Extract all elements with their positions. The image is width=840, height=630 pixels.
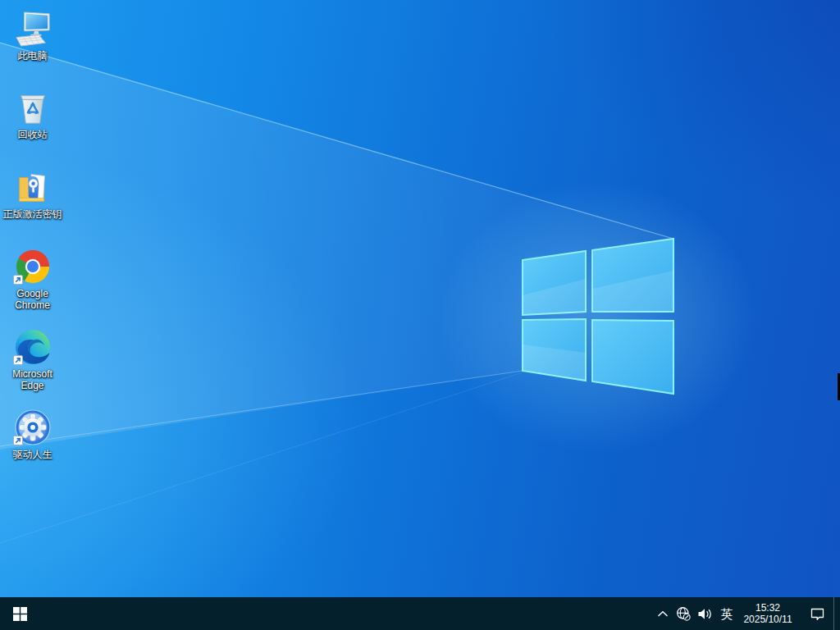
network-status-button[interactable] xyxy=(673,597,694,630)
wallpaper-light-rays-and-flag xyxy=(0,0,840,597)
taskbar-empty-area xyxy=(39,597,653,630)
desktop-icon-label: Google Chrome xyxy=(1,288,64,311)
desktop-icon-label: 驱动人生 xyxy=(1,449,64,460)
desktop-wallpaper: 此电脑 回收站 xyxy=(0,0,840,597)
edge-icon xyxy=(14,328,52,366)
clock-date: 2025/10/11 xyxy=(743,614,792,625)
windows-logo-icon xyxy=(13,607,27,621)
taskbar: 英 15:32 2025/10/11 xyxy=(0,597,840,630)
this-pc-icon xyxy=(14,10,52,48)
recycle-bin-icon xyxy=(14,89,52,126)
flag-glow xyxy=(438,181,758,452)
screen: 此电脑 回收站 xyxy=(0,0,840,630)
notification-icon xyxy=(810,607,825,621)
shortcut-arrow-icon xyxy=(13,436,23,445)
show-desktop-button[interactable] xyxy=(833,597,840,630)
desktop-icon-label: Microsoft Edge xyxy=(1,368,64,391)
clock-time: 15:32 xyxy=(756,602,780,614)
shortcut-arrow-icon xyxy=(13,275,23,285)
show-hidden-icons-button[interactable] xyxy=(653,597,673,630)
desktop-icon-label: 回收站 xyxy=(1,129,64,140)
desktop-icon-microsoft-edge[interactable]: Microsoft Edge xyxy=(1,328,64,391)
desktop-icon-label: 正版激活密钥 xyxy=(1,208,64,220)
desktop-icon-label: 此电脑 xyxy=(1,50,64,62)
desktop-icon-recycle-bin[interactable]: 回收站 xyxy=(1,89,64,140)
driver-life-gear-icon xyxy=(14,409,52,446)
folder-icon xyxy=(14,168,52,206)
desktop-icon-this-pc[interactable]: 此电脑 xyxy=(1,10,64,62)
desktop-icon-driver-life[interactable]: 驱动人生 xyxy=(1,409,64,460)
desktop-icon-google-chrome[interactable]: Google Chrome xyxy=(1,248,64,311)
speaker-icon xyxy=(697,607,712,621)
start-button[interactable] xyxy=(0,597,39,630)
chevron-up-icon xyxy=(657,610,669,618)
chrome-icon xyxy=(14,248,52,285)
globe-no-internet-icon xyxy=(676,606,691,621)
flag-pane-bottom-right xyxy=(592,320,673,394)
shortcut-arrow-icon xyxy=(13,355,23,365)
ime-language-indicator[interactable]: 英 xyxy=(715,597,738,630)
action-center-button[interactable] xyxy=(801,597,833,630)
desktop-icon-activation-key-folder[interactable]: 正版激活密钥 xyxy=(1,168,64,220)
volume-button[interactable] xyxy=(694,597,715,630)
system-tray: 英 15:32 2025/10/11 xyxy=(653,597,840,630)
taskbar-clock[interactable]: 15:32 2025/10/11 xyxy=(738,597,797,630)
